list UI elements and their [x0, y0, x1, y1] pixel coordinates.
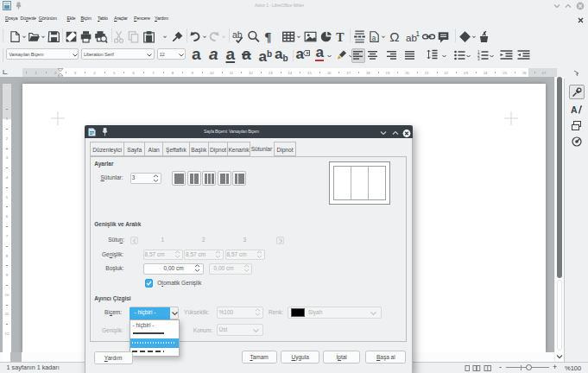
svg-text:1: 1	[416, 30, 420, 38]
svg-text:¶: ¶	[264, 30, 271, 44]
svg-text:T: T	[336, 31, 345, 44]
svg-text:A: A	[571, 104, 578, 115]
svg-text:Ω: Ω	[390, 29, 400, 44]
svg-text:a: a	[372, 34, 376, 41]
svg-text:3: 3	[477, 57, 480, 61]
